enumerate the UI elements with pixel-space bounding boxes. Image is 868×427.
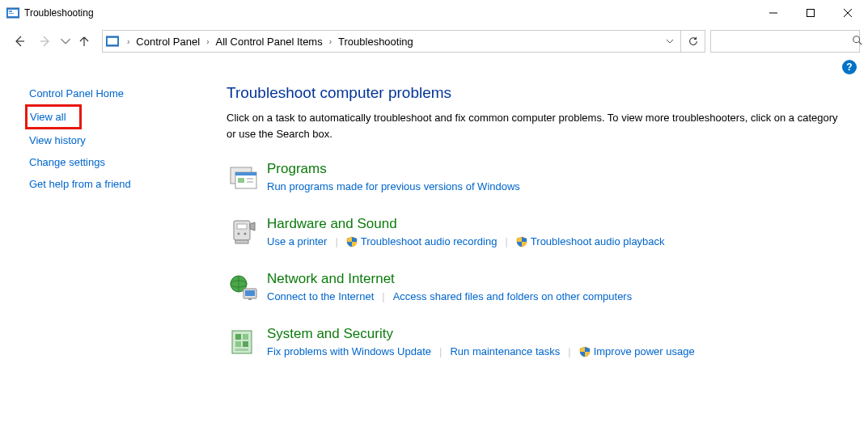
help-icon[interactable]: ? [842, 60, 857, 74]
svg-rect-5 [807, 10, 815, 17]
breadcrumb-item[interactable]: Control Panel [134, 36, 201, 48]
separator: | [505, 235, 507, 247]
back-button[interactable] [8, 30, 31, 53]
svg-rect-11 [108, 38, 117, 44]
separator: | [335, 235, 337, 247]
svg-rect-34 [235, 341, 241, 347]
page-subtitle: Click on a task to automatically trouble… [227, 110, 844, 142]
sidebar: Control Panel Home View all View history… [0, 78, 210, 381]
svg-rect-29 [245, 290, 255, 296]
separator: | [568, 345, 570, 357]
close-button[interactable] [829, 0, 866, 26]
svg-rect-3 [9, 13, 14, 14]
chevron-right-icon[interactable]: › [122, 37, 134, 46]
task-power[interactable]: Improve power usage [579, 345, 695, 357]
shield-icon [579, 346, 591, 357]
maximize-button[interactable] [792, 0, 829, 26]
search-input[interactable] [716, 36, 852, 48]
task-compat[interactable]: Run programs made for previous versions … [267, 180, 520, 192]
task-internet[interactable]: Connect to the Internet [267, 290, 374, 302]
category-title-network[interactable]: Network and Internet [267, 271, 395, 287]
separator: | [439, 345, 442, 357]
minimize-button[interactable] [755, 0, 792, 26]
task-printer[interactable]: Use a printer [267, 235, 327, 247]
task-maintenance[interactable]: Run maintenance tasks [450, 345, 560, 357]
recent-dropdown[interactable] [60, 30, 71, 53]
main-content: Troubleshoot computer problems Click on … [210, 78, 868, 381]
sidebar-view-history[interactable]: View history [29, 129, 210, 151]
app-icon [6, 6, 19, 19]
task-shared[interactable]: Access shared files and folders on other… [393, 290, 633, 302]
programs-icon [227, 161, 260, 195]
svg-rect-18 [247, 178, 253, 180]
sidebar-change-settings[interactable]: Change settings [29, 151, 210, 173]
task-windows-update[interactable]: Fix problems with Windows Update [267, 345, 431, 357]
category-title-programs[interactable]: Programs [267, 161, 327, 177]
task-audio-rec[interactable]: Troubleshoot audio recording [346, 235, 498, 247]
system-icon [227, 326, 260, 360]
category-programs: Programs Run programs made for previous … [227, 161, 844, 195]
window-title: Troubleshooting [24, 7, 94, 19]
breadcrumb-item[interactable]: Troubleshooting [337, 36, 415, 48]
location-icon [106, 35, 119, 48]
sidebar-get-help[interactable]: Get help from a friend [29, 173, 210, 195]
svg-line-13 [859, 41, 862, 44]
forward-button[interactable] [34, 30, 57, 53]
highlight-annotation: View all [25, 104, 82, 129]
svg-rect-33 [243, 334, 248, 340]
svg-rect-35 [243, 341, 248, 347]
svg-rect-32 [235, 334, 241, 340]
category-title-hardware[interactable]: Hardware and Sound [267, 216, 397, 232]
address-dropdown[interactable] [661, 36, 679, 48]
address-bar[interactable]: › Control Panel › All Control Panel Item… [102, 30, 705, 53]
svg-rect-30 [248, 298, 252, 300]
chevron-right-icon[interactable]: › [324, 37, 337, 46]
category-network: Network and Internet Connect to the Inte… [227, 271, 844, 305]
svg-point-22 [238, 233, 240, 235]
category-system: System and Security Fix problems with Wi… [227, 326, 844, 360]
search-icon[interactable] [852, 35, 863, 49]
category-hardware: Hardware and Sound Use a printer | Troub… [227, 216, 844, 250]
sidebar-view-all[interactable]: View all [30, 109, 66, 125]
category-title-system[interactable]: System and Security [267, 326, 393, 342]
task-audio-play[interactable]: Troubleshoot audio playback [516, 235, 665, 247]
svg-point-23 [244, 233, 247, 235]
search-box[interactable] [710, 30, 860, 53]
page-title: Troubleshoot computer problems [227, 84, 844, 102]
svg-point-12 [853, 36, 860, 42]
nav-bar: › Control Panel › All Control Panel Item… [0, 26, 868, 57]
network-icon [227, 271, 260, 305]
svg-rect-24 [235, 240, 248, 243]
svg-rect-21 [237, 224, 247, 229]
shield-icon [346, 236, 358, 247]
svg-rect-16 [235, 172, 256, 175]
breadcrumb-item[interactable]: All Control Panel Items [214, 36, 324, 48]
up-button[interactable] [74, 30, 94, 53]
svg-rect-17 [238, 178, 244, 183]
separator: | [382, 290, 384, 302]
svg-rect-2 [9, 11, 12, 12]
title-bar: Troubleshooting [0, 0, 868, 26]
shield-icon [516, 236, 527, 247]
sidebar-home[interactable]: Control Panel Home [29, 82, 210, 104]
hardware-icon [227, 216, 260, 250]
svg-rect-36 [235, 349, 248, 351]
svg-rect-19 [247, 181, 253, 183]
chevron-right-icon[interactable]: › [201, 37, 214, 46]
refresh-button[interactable] [680, 31, 705, 52]
